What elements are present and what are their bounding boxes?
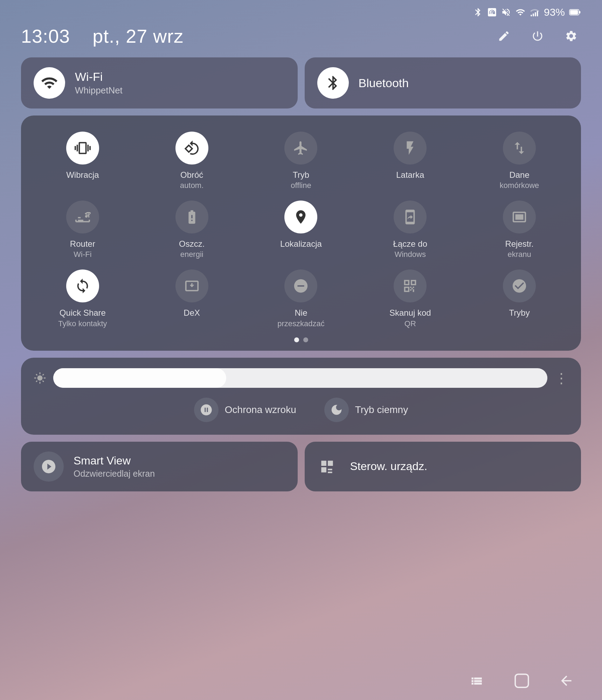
back-button[interactable] xyxy=(559,673,574,688)
grid-item-flashlight[interactable]: Latarka xyxy=(379,128,442,194)
link-windows-icon xyxy=(394,201,427,233)
dnd-label2: przeszkadzać xyxy=(277,319,325,328)
modes-icon xyxy=(503,270,536,302)
header-row: 13:03 pt., 27 wrz xyxy=(0,22,602,57)
edit-button[interactable] xyxy=(494,26,514,46)
svg-rect-1 xyxy=(533,14,534,16)
grid-item-link-windows[interactable]: Łącze do Windows xyxy=(379,197,442,262)
grid-item-dnd[interactable]: Nie przeszkadzać xyxy=(269,266,332,331)
bluetooth-tile-text: Bluetooth xyxy=(359,76,409,90)
brightness-menu-button[interactable]: ⋮ xyxy=(554,370,568,386)
grid-item-airplane[interactable]: Tryb offline xyxy=(269,128,332,194)
device-control-icon xyxy=(317,457,337,476)
svg-rect-7 xyxy=(515,674,528,687)
status-icons: 93% xyxy=(473,6,581,18)
rotate-label: Obróć xyxy=(180,169,203,180)
wifi-tile-sub: WhippetNet xyxy=(75,85,123,96)
grid-item-router[interactable]: Router Wi-Fi xyxy=(51,197,114,262)
airplane-label: Tryb xyxy=(293,169,309,180)
data-label2: komórkowe xyxy=(500,181,539,190)
bluetooth-tile-title: Bluetooth xyxy=(359,76,409,90)
grid-item-qr[interactable]: Skanuj kod QR xyxy=(379,266,442,331)
location-label: Lokalizacja xyxy=(280,238,322,249)
main-panel: Wibracja Obróć autom. Tryb offline xyxy=(21,115,581,351)
dot-1[interactable] xyxy=(294,337,299,342)
bluetooth-tile[interactable]: Bluetooth xyxy=(305,57,581,108)
router-label: Router xyxy=(70,238,95,249)
quick-share-icon xyxy=(66,270,99,302)
eye-protection-option[interactable]: Ochrona wzroku xyxy=(194,398,296,422)
location-icon xyxy=(284,201,317,233)
nav-bar xyxy=(0,662,602,700)
nfc-status-icon xyxy=(487,7,497,17)
device-control-tile[interactable]: Sterow. urządz. xyxy=(305,442,581,491)
battery-icon xyxy=(569,7,581,17)
dex-label: DeX xyxy=(184,307,200,318)
grid-item-battery-saver[interactable]: Oszcz. energii xyxy=(160,197,223,262)
date: pt., 27 wrz xyxy=(92,26,184,47)
screen-record-icon xyxy=(503,201,536,233)
svg-rect-2 xyxy=(535,12,536,16)
status-bar: 93% xyxy=(0,0,602,22)
qr-icon xyxy=(394,270,427,302)
modes-label: Tryby xyxy=(509,307,530,318)
quick-share-label: Quick Share xyxy=(60,307,106,318)
brightness-options: Ochrona wzroku Tryb ciemny xyxy=(34,398,568,422)
grid-row-1: Wibracja Obróć autom. Tryb offline xyxy=(28,128,574,194)
grid-item-vibration[interactable]: Wibracja xyxy=(51,128,114,194)
smart-view-tile[interactable]: Smart View Odzwierciedlaj ekran xyxy=(21,442,298,491)
rotate-icon xyxy=(175,132,208,164)
screen-record-label: Rejestr. xyxy=(505,238,533,249)
router-label2: Wi-Fi xyxy=(74,250,91,259)
airplane-label2: offline xyxy=(291,181,311,190)
battery-percent: 93% xyxy=(544,6,565,18)
device-control-title: Sterow. urządz. xyxy=(350,460,428,473)
bottom-tiles-row: Smart View Odzwierciedlaj ekran Sterow. … xyxy=(0,442,602,491)
quick-tiles-row: Wi-Fi WhippetNet Bluetooth xyxy=(0,57,602,108)
dnd-label: Nie xyxy=(295,307,307,318)
vibration-icon xyxy=(66,132,99,164)
wifi-status-icon xyxy=(515,7,526,17)
svg-rect-3 xyxy=(537,11,538,16)
svg-rect-6 xyxy=(579,11,580,14)
grid-item-screen-record[interactable]: Rejestr. ekranu xyxy=(488,197,551,262)
grid-item-dex[interactable]: DeX xyxy=(160,266,223,331)
eye-protection-icon xyxy=(194,398,219,422)
bluetooth-status-icon xyxy=(473,7,483,17)
svg-rect-0 xyxy=(531,15,532,16)
battery-saver-label2: energii xyxy=(180,250,203,259)
brightness-slider[interactable] xyxy=(53,368,547,388)
page-dots xyxy=(28,337,574,342)
grid-item-data[interactable]: Dane komórkowe xyxy=(488,128,551,194)
grid-item-rotate[interactable]: Obróć autom. xyxy=(160,128,223,194)
grid-item-modes[interactable]: Tryby xyxy=(488,266,551,331)
brightness-low-icon xyxy=(34,372,46,384)
flashlight-label: Latarka xyxy=(396,169,424,180)
power-button[interactable] xyxy=(528,26,547,46)
brightness-fill xyxy=(53,368,226,388)
vibration-label: Wibracja xyxy=(66,169,99,180)
dot-2[interactable] xyxy=(303,337,308,342)
mute-status-icon xyxy=(501,7,511,17)
grid-item-location[interactable]: Lokalizacja xyxy=(269,197,332,262)
recent-apps-button[interactable] xyxy=(470,673,485,688)
home-button[interactable] xyxy=(513,672,531,690)
dnd-icon xyxy=(284,270,317,302)
settings-button[interactable] xyxy=(561,26,581,46)
wifi-tile[interactable]: Wi-Fi WhippetNet xyxy=(21,57,298,108)
time-date: 13:03 pt., 27 wrz xyxy=(21,25,184,47)
eye-protection-label: Ochrona wzroku xyxy=(225,404,296,415)
dex-icon xyxy=(175,270,208,302)
smart-view-title: Smart View xyxy=(74,454,155,467)
svg-rect-5 xyxy=(570,10,578,14)
airplane-icon xyxy=(284,132,317,164)
router-icon xyxy=(66,201,99,233)
dark-mode-label: Tryb ciemny xyxy=(355,404,408,415)
wifi-tile-text: Wi-Fi WhippetNet xyxy=(75,70,123,96)
qr-label: Skanuj kod xyxy=(389,307,431,318)
wifi-tile-title: Wi-Fi xyxy=(75,70,123,84)
link-windows-label: Łącze do xyxy=(393,238,427,249)
grid-item-quick-share[interactable]: Quick Share Tylko kontakty xyxy=(51,266,114,331)
data-label: Dane xyxy=(509,169,529,180)
dark-mode-option[interactable]: Tryb ciemny xyxy=(324,398,408,422)
